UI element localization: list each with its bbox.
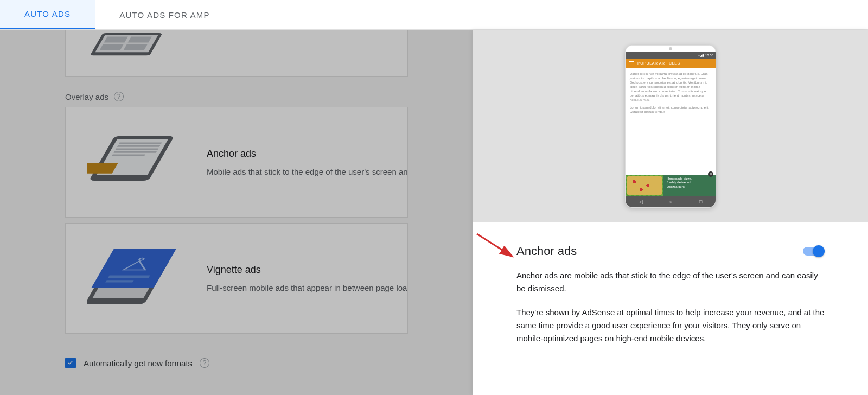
phone-header-title: POPULAR ARTICLES [637, 61, 680, 65]
panel-description-2: They're shown by AdSense at optimal time… [516, 306, 825, 345]
phone-status-bar: ▾◢▮10:50 [626, 52, 716, 59]
tab-auto-ads-amp[interactable]: AUTO ADS FOR AMP [95, 0, 234, 29]
phone-app-header: POPULAR ARTICLES [626, 59, 716, 68]
tab-auto-ads[interactable]: AUTO ADS [0, 0, 95, 29]
phone-anchor-ad: ▸ ✕ Handmade pizza, freshly delivered De… [626, 175, 716, 196]
recents-icon: □ [699, 199, 702, 205]
ad-copy: Handmade pizza, freshly delivered Delizz… [663, 175, 716, 196]
phone-article-body: Donec id elit non mi porta gravida at eg… [626, 68, 716, 175]
hamburger-icon [629, 61, 634, 66]
panel-description-1: Anchor ads are mobile ads that stick to … [516, 269, 825, 295]
modal-backdrop[interactable] [0, 30, 473, 395]
tab-bar: AUTO ADS AUTO ADS FOR AMP [0, 0, 868, 30]
main-stage: Overlay ads ? [0, 30, 868, 395]
ad-image [626, 175, 663, 196]
close-icon: ✕ [708, 171, 713, 177]
phone-nav-bar: ◁ ○ □ [626, 196, 716, 207]
detail-side-panel: ▾◢▮10:50 POPULAR ARTICLES Donec id elit … [473, 30, 868, 395]
enable-toggle[interactable] [803, 245, 825, 257]
panel-body: Anchor ads Anchor ads are mobile ads tha… [473, 222, 868, 367]
phone-preview-area: ▾◢▮10:50 POPULAR ARTICLES Donec id elit … [473, 30, 868, 222]
tab-label: AUTO ADS [24, 9, 71, 18]
tab-label: AUTO ADS FOR AMP [119, 10, 209, 20]
panel-title: Anchor ads [516, 244, 577, 258]
back-icon: ◁ [639, 199, 643, 205]
home-icon: ○ [669, 199, 672, 205]
phone-mockup: ▾◢▮10:50 POPULAR ARTICLES Donec id elit … [625, 45, 716, 208]
